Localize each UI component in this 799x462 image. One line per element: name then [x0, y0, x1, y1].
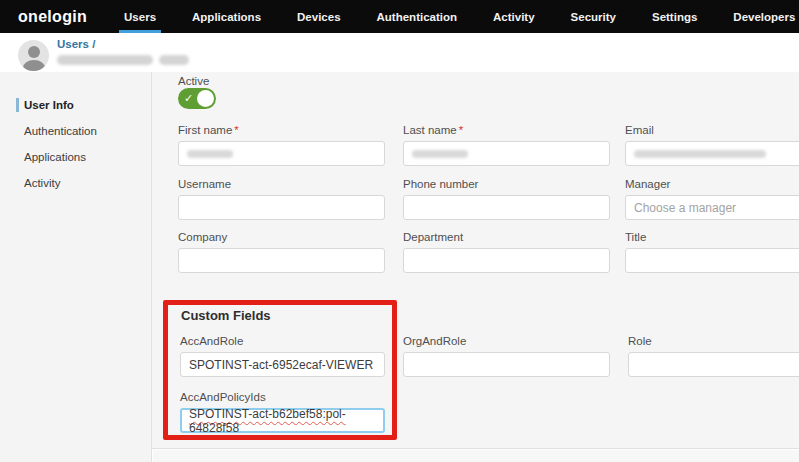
redacted-text [187, 150, 233, 158]
nav-menu: Users Applications Devices Authenticatio… [119, 0, 799, 33]
sidebar: User Info Authentication Applications Ac… [0, 72, 152, 462]
nav-item-activity[interactable]: Activity [488, 0, 540, 33]
email-input[interactable] [625, 141, 799, 166]
first-name-field: First name* [178, 123, 385, 166]
role-field: Role [628, 334, 799, 377]
department-label: Department [403, 230, 610, 244]
nav-item-settings[interactable]: Settings [647, 0, 702, 33]
onelogin-logo: onelogin [18, 8, 87, 26]
email-field: Email [625, 123, 799, 166]
breadcrumb-username-redacted [57, 55, 189, 65]
sidebar-item-authentication[interactable]: Authentication [0, 118, 151, 144]
nav-item-applications[interactable]: Applications [187, 0, 266, 33]
page-bottom-strip [153, 450, 799, 462]
sidebar-item-user-info[interactable]: User Info [0, 92, 151, 118]
nav-item-security[interactable]: Security [566, 0, 621, 33]
last-name-field: Last name* [403, 123, 610, 166]
manager-input[interactable] [625, 195, 799, 220]
toggle-knob [197, 90, 214, 107]
title-input[interactable] [625, 248, 799, 273]
phone-number-label: Phone number [403, 177, 610, 191]
acc-and-role-label: AccAndRole [180, 334, 385, 348]
company-input[interactable] [178, 248, 385, 273]
phone-number-field: Phone number [403, 177, 610, 220]
top-nav: onelogin Users Applications Devices Auth… [0, 0, 799, 33]
nav-item-users[interactable]: Users [119, 0, 161, 33]
org-and-role-label: OrgAndRole [403, 334, 610, 348]
first-name-label: First name [178, 124, 232, 136]
role-label: Role [628, 334, 799, 348]
check-icon: ✓ [184, 91, 193, 105]
company-label: Company [178, 230, 385, 244]
custom-fields-heading: Custom Fields [181, 308, 271, 323]
username-input[interactable] [178, 195, 385, 220]
required-marker: * [459, 124, 463, 136]
acc-and-policy-ids-field: AccAndPolicyIds SPOTINST-act-b62bef58:po… [180, 390, 385, 433]
acc-and-role-value: SPOTINST-act-6952ecaf-VIEWER [189, 358, 373, 372]
required-marker: * [234, 124, 238, 136]
manager-field: Manager [625, 177, 799, 220]
first-name-input[interactable] [178, 141, 385, 166]
title-label: Title [625, 230, 799, 244]
sidebar-item-activity[interactable]: Activity [0, 170, 151, 196]
department-input[interactable] [403, 248, 610, 273]
acc-and-policy-ids-input[interactable]: SPOTINST-act-b62bef58:pol-64828f58 [180, 408, 385, 433]
phone-number-input[interactable] [403, 195, 610, 220]
org-and-role-field: OrgAndRole [403, 334, 610, 377]
email-label: Email [625, 123, 799, 137]
acc-and-policy-ids-label: AccAndPolicyIds [180, 390, 385, 404]
user-avatar-icon [18, 40, 49, 71]
username-field: Username [178, 177, 385, 220]
username-label: Username [178, 177, 385, 191]
acc-and-policy-ids-value: SPOTINST-act-b62bef58:pol-64828f58 [189, 407, 376, 435]
page-header: Users / [0, 33, 799, 72]
nav-item-devices[interactable]: Devices [292, 0, 345, 33]
department-field: Department [403, 230, 610, 273]
active-label: Active [178, 75, 209, 87]
org-and-role-input[interactable] [403, 352, 610, 377]
title-field: Title [625, 230, 799, 273]
company-field: Company [178, 230, 385, 273]
nav-item-authentication[interactable]: Authentication [372, 0, 463, 33]
user-info-form: Active ✓ First name* Last name* Email Us… [152, 72, 799, 449]
manager-label: Manager [625, 177, 799, 191]
acc-and-role-field: AccAndRole SPOTINST-act-6952ecaf-VIEWER [180, 334, 385, 377]
sidebar-item-applications[interactable]: Applications [0, 144, 151, 170]
redacted-text [634, 150, 766, 158]
last-name-label: Last name [403, 124, 457, 136]
active-toggle[interactable]: ✓ [178, 88, 216, 109]
redacted-text [412, 150, 468, 158]
redacted-text [57, 55, 153, 65]
acc-and-role-input[interactable]: SPOTINST-act-6952ecaf-VIEWER [180, 352, 385, 377]
nav-item-developers[interactable]: Developers [728, 0, 799, 33]
role-input[interactable] [628, 352, 799, 377]
breadcrumb-users-link[interactable]: Users / [57, 38, 95, 50]
last-name-input[interactable] [403, 141, 610, 166]
redacted-text [159, 55, 189, 65]
